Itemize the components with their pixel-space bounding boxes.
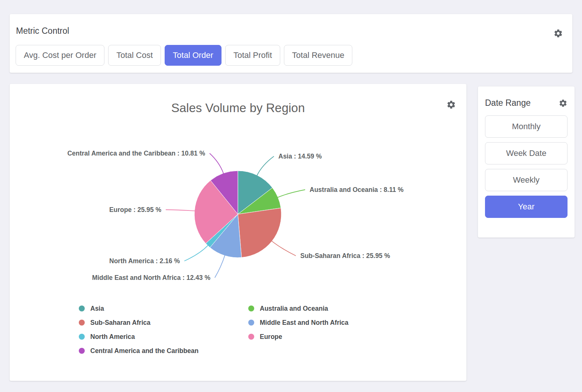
- metric-button-total-profit[interactable]: Total Profit: [225, 45, 280, 66]
- gear-icon[interactable]: [559, 99, 568, 108]
- pie-label-sub-saharan-africa: Sub-Saharan Africa : 25.95 %: [300, 252, 390, 259]
- legend-dot-icon: [248, 320, 254, 326]
- pie-leader-line-australia-and-oceania: [278, 190, 305, 197]
- pie-label-middle-east-and-north-africa: Middle East and North Africa : 12.43 %: [92, 274, 211, 281]
- pie-leader-line-europe: [166, 210, 195, 211]
- legend-dot-icon: [79, 334, 85, 340]
- sales-volume-chart-panel: Sales Volume by Region Asia : 14.59 %Aus…: [10, 84, 466, 381]
- legend-label: Australia and Oceania: [260, 305, 328, 313]
- pie-leader-line-sub-saharan-africa: [272, 241, 296, 256]
- chart-legend: AsiaAustralia and OceaniaSub-Saharan Afr…: [79, 301, 349, 358]
- legend-label: Middle East and North Africa: [260, 319, 349, 327]
- date-range-header: Date Range: [485, 98, 568, 108]
- pie-leader-line-north-america: [184, 245, 208, 261]
- legend-dot-icon: [248, 334, 254, 340]
- pie-leader-line-middle-east-and-north-africa: [215, 255, 225, 278]
- legend-item-central-america-and-the-caribbean[interactable]: Central America and the Caribbean: [79, 347, 248, 355]
- pie-label-central-america-and-the-caribbean: Central America and the Caribbean : 10.8…: [67, 150, 205, 157]
- gear-icon[interactable]: [553, 29, 563, 38]
- metric-button-avg-cost-per-order[interactable]: Avg. Cost per Order: [16, 45, 104, 66]
- chart-title: Sales Volume by Region: [10, 101, 466, 115]
- legend-dot-icon: [79, 348, 85, 354]
- metric-button-total-revenue[interactable]: Total Revenue: [284, 45, 353, 66]
- legend-label: Central America and the Caribbean: [90, 347, 198, 355]
- date-button-week-date[interactable]: Week Date: [485, 142, 568, 164]
- pie-label-europe: Europe : 25.95 %: [109, 206, 161, 213]
- pie-label-australia-and-oceania: Australia and Oceania : 8.11 %: [310, 186, 404, 193]
- metric-button-total-order[interactable]: Total Order: [165, 45, 222, 66]
- legend-item-australia-and-oceania[interactable]: Australia and Oceania: [248, 305, 349, 313]
- date-button-year[interactable]: Year: [485, 196, 568, 218]
- legend-item-middle-east-and-north-africa[interactable]: Middle East and North Africa: [248, 319, 349, 327]
- pie-leader-line-asia: [257, 156, 274, 176]
- legend-item-europe[interactable]: Europe: [248, 333, 349, 341]
- metric-control-title: Metric Control: [16, 26, 69, 36]
- legend-label: North America: [90, 333, 135, 341]
- date-range-buttons-group: Monthly Week Date Weekly Year: [485, 115, 568, 218]
- pie-chart: Asia : 14.59 %Australia and Oceania : 8.…: [10, 134, 466, 297]
- legend-item-north-america[interactable]: North America: [79, 333, 248, 341]
- date-range-title: Date Range: [485, 98, 531, 108]
- legend-dot-icon: [79, 320, 85, 326]
- pie-label-asia: Asia : 14.59 %: [278, 153, 322, 160]
- legend-label: Asia: [90, 305, 104, 313]
- legend-label: Europe: [260, 333, 282, 341]
- legend-item-asia[interactable]: Asia: [79, 305, 248, 313]
- date-button-weekly[interactable]: Weekly: [485, 169, 568, 191]
- legend-item-sub-saharan-africa[interactable]: Sub-Saharan Africa: [79, 319, 248, 327]
- date-button-monthly[interactable]: Monthly: [485, 115, 568, 138]
- metric-button-total-cost[interactable]: Total Cost: [108, 45, 161, 66]
- metric-buttons-group: Avg. Cost per Order Total Cost Total Ord…: [16, 45, 352, 66]
- pie-leader-line-central-america-and-the-caribbean: [210, 153, 223, 174]
- legend-label: Sub-Saharan Africa: [90, 319, 151, 327]
- pie-slice-sub-saharan-africa[interactable]: [238, 208, 281, 257]
- legend-dot-icon: [248, 306, 254, 311]
- date-range-panel: Date Range Monthly Week Date Weekly Year: [478, 86, 575, 238]
- metric-control-panel: Metric Control Avg. Cost per Order Total…: [10, 14, 572, 73]
- pie-label-north-america: North America : 2.16 %: [109, 257, 180, 265]
- gear-icon[interactable]: [446, 100, 456, 110]
- legend-dot-icon: [79, 306, 85, 311]
